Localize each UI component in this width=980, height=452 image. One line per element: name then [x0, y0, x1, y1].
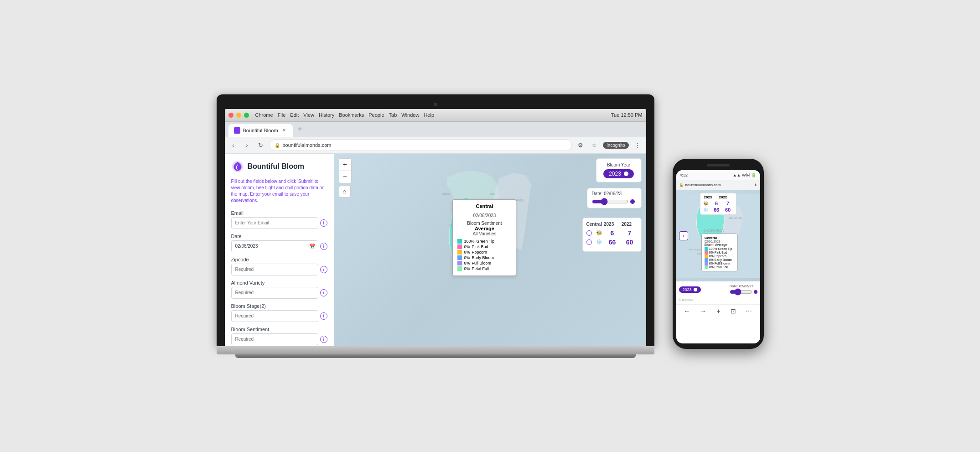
bloom-stage-label: Bloom Stage(2) [231, 303, 327, 309]
phone-address-bar[interactable]: 🔒 bountifulalmonds.com ⬆ [676, 180, 760, 190]
phone-time: 4:32 [680, 173, 688, 177]
phone-nav-forward[interactable]: → [700, 307, 706, 315]
stats-bee-2022: 7 [622, 229, 638, 237]
menu-people[interactable]: People [368, 112, 384, 118]
phone-date-slider[interactable] [730, 288, 752, 296]
zoom-out-button[interactable]: − [339, 171, 351, 183]
menu-help[interactable]: Help [424, 112, 434, 118]
bloom-year-label: Bloom Year [602, 162, 636, 167]
bloom-year-toggle[interactable]: 2023 [603, 169, 634, 178]
phone: 4:32 ▲▲ WiFi 🔋 🔒 bountifulalmonds.com ⬆ … [673, 159, 764, 349]
phone-pink-bud-color [705, 251, 708, 255]
window-maximize-dot[interactable] [244, 113, 249, 118]
phone-year-toggle[interactable]: 2023 [679, 286, 701, 293]
stats-bee-2023: 6 [605, 229, 620, 237]
new-tab-button[interactable]: + [295, 124, 306, 135]
phone-share-icon[interactable]: ⬆ [754, 183, 757, 187]
popcorn-color [457, 250, 462, 255]
phone-url: bountifulalmonds.com [685, 183, 721, 187]
pink-bud-label: Pink Bud [472, 244, 488, 249]
incognito-button[interactable]: Incognito [603, 142, 629, 149]
full-bloom-color [457, 261, 462, 265]
bookmark-button[interactable]: ☆ [589, 140, 599, 150]
window-minimize-dot[interactable] [236, 113, 241, 118]
bloom-stage-input[interactable] [231, 310, 318, 322]
menu-tab[interactable]: Tab [389, 112, 397, 118]
incognito-label: Incognito [607, 143, 625, 148]
bloom-sentiment-input[interactable] [231, 333, 318, 345]
petal-fall-pct: 0% [464, 266, 470, 271]
phone-petal-fall-pct: 0% Petal Fall [709, 265, 728, 269]
menu-chrome[interactable]: Chrome [255, 112, 273, 118]
date-input[interactable] [231, 240, 318, 252]
phone-year-value: 2023 [683, 287, 692, 292]
bloom-sentiment-info-icon[interactable]: i [320, 336, 327, 343]
phone-signal-icons: ▲▲ WiFi 🔋 [733, 173, 757, 177]
phone-full-bloom-pct: 0% Full Bloom [709, 262, 730, 265]
menu-edit[interactable]: Edit [290, 112, 299, 118]
phone-popup-sentiment-label: Bloom: [705, 243, 715, 246]
phone-nav-tabs[interactable]: ⊡ [731, 307, 736, 315]
menu-file[interactable]: File [278, 112, 286, 118]
almond-variety-field-group: Almond Variety i [231, 280, 327, 299]
popup-bar-popcorn: 0% Popcorn [457, 250, 511, 255]
phone-full-bloom-color [705, 262, 708, 265]
phone-popup-date: 02/06/2023 [705, 240, 735, 243]
email-input[interactable] [231, 217, 318, 229]
bloom-sentiment-label: Bloom Sentiment [231, 327, 327, 332]
almond-variety-input[interactable] [231, 287, 318, 299]
macos-time: Tue 12:50 PM [611, 112, 643, 118]
url-lock-icon: 🔒 [275, 143, 280, 148]
stats-chill-info-icon[interactable]: i [586, 239, 592, 245]
menu-window[interactable]: Window [401, 112, 419, 118]
menu-view[interactable]: View [303, 112, 314, 118]
early-bloom-color [457, 255, 462, 260]
email-info-icon[interactable]: i [320, 219, 327, 227]
brand-logo-icon [231, 160, 244, 173]
phone-nav-menu[interactable]: ⋯ [746, 307, 752, 315]
green-tip-color [457, 239, 462, 244]
map-home-button[interactable]: ⌂ [339, 186, 351, 197]
url-bar[interactable]: 🔒 bountifulalmonds.com [270, 139, 572, 151]
almond-variety-info-icon[interactable]: i [320, 289, 327, 296]
bloom-stage-info-icon[interactable]: i [320, 312, 327, 320]
stats-year-2022: 2022 [622, 222, 638, 227]
map-date-widget: Date: 02/06/23 [587, 188, 642, 208]
zoom-in-button[interactable]: + [339, 159, 351, 171]
forward-button[interactable]: › [242, 140, 252, 150]
zipcode-info-icon[interactable]: i [320, 266, 327, 273]
menu-history[interactable]: History [319, 112, 334, 118]
extensions-button[interactable]: ⚙ [576, 140, 586, 150]
chrome-tab-active[interactable]: Bountiful Bloom ✕ [228, 124, 293, 137]
stats-info-icon[interactable]: i [586, 230, 592, 236]
popup-sentiment-title: Bloom Sentiment [457, 221, 511, 226]
phone-toggle-row: 2023 Date: 02/06/23 [679, 284, 757, 296]
map-background: NEVADA CALIFORNIA Redding Santa Rosa San… [334, 154, 646, 346]
back-button[interactable]: ‹ [228, 140, 239, 150]
phone-nav-back[interactable]: ← [684, 307, 690, 315]
phone-map-area[interactable]: NEVADA CALIFORNIA San Francisco San Jose… [676, 190, 760, 281]
chrome-menu-button[interactable]: ⋮ [633, 140, 643, 150]
brand-name: Bountiful Bloom [248, 162, 304, 171]
stats-bee-row: i 🐝 6 7 [586, 229, 638, 237]
phone-back-button[interactable]: ‹ [679, 231, 688, 240]
green-tip-label: Green Tip [476, 239, 494, 244]
phone-stats-2022: 2022 [719, 195, 733, 199]
map-area[interactable]: NEVADA CALIFORNIA Redding Santa Rosa San… [334, 154, 646, 346]
macos-menu: Chrome File Edit View History Bookmarks … [255, 112, 435, 118]
calendar-icon[interactable]: 📅 [309, 243, 316, 249]
brand: Bountiful Bloom [231, 160, 327, 173]
phone-snowflake-icon: ❄️ [703, 208, 710, 212]
date-info-icon[interactable]: i [320, 243, 327, 250]
tab-close-button[interactable]: ✕ [281, 127, 287, 134]
menu-bookmarks[interactable]: Bookmarks [339, 112, 364, 118]
laptop-bezel: Chrome File Edit View History Bookmarks … [217, 94, 654, 346]
phone-bottom-area: 2023 Date: 02/06/23 © mapbox [676, 281, 760, 304]
date-input-wrap: 📅 [231, 240, 318, 252]
phone-stats-widget: 2023 2022 🐝 6 7 ❄️ 66 60 [700, 193, 736, 215]
phone-nav-new-tab[interactable]: + [716, 307, 720, 315]
date-slider[interactable] [592, 198, 628, 205]
window-close-dot[interactable] [228, 113, 233, 118]
reload-button[interactable]: ↻ [256, 140, 266, 150]
zipcode-input[interactable] [231, 264, 318, 275]
